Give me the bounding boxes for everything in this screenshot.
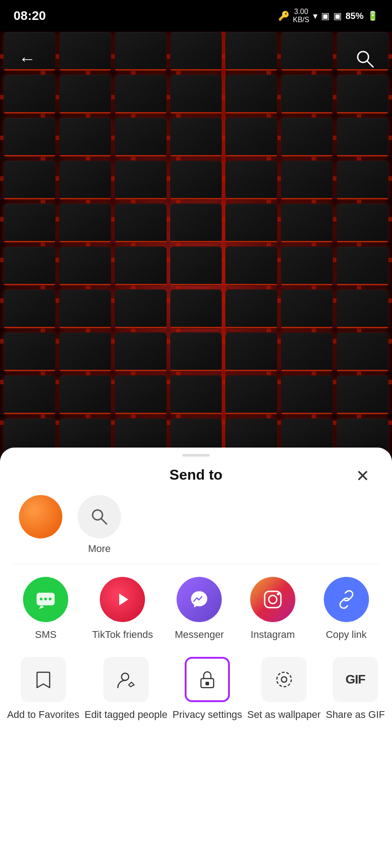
svg-line-3 [101,519,107,524]
key [170,289,222,329]
key [225,203,277,243]
actions-row: Add to Favorites Edit tagged people [0,646,392,726]
action-privacy-settings[interactable]: Privacy settings [173,657,242,722]
search-icon-small [90,507,109,526]
app-sms[interactable]: SMS [19,577,73,642]
gif-text: GIF [345,672,365,687]
key [115,75,167,114]
key [115,203,167,243]
action-edit-tagged[interactable]: Edit tagged people [84,657,168,722]
search-button[interactable] [351,45,378,72]
instagram-label: Instagram [251,628,295,642]
key-icon: 🔑 [278,10,289,21]
keyboard-background [0,0,392,461]
copylink-label: Copy link [326,628,366,642]
key [170,332,222,372]
app-messenger[interactable]: Messenger [172,577,226,642]
key [281,246,333,286]
close-icon: ✕ [356,467,369,486]
action-add-favorites[interactable]: Add to Favorites [7,657,79,722]
key [170,32,222,71]
speed-indicator: 3.00KB/S [293,8,309,24]
tiktok-label: TikTok friends [92,628,153,642]
sms-label: SMS [35,628,56,642]
app-copylink[interactable]: Copy link [319,577,373,642]
key [336,289,388,329]
svg-point-6 [44,598,47,600]
more-avatar [78,495,121,538]
key [59,246,111,286]
action-share-gif[interactable]: GIF Share as GIF [326,657,385,722]
close-button[interactable]: ✕ [351,465,374,487]
key [59,32,111,71]
key [170,118,222,157]
key [336,246,388,286]
key [225,160,277,200]
key [170,246,222,286]
back-icon: ← [19,49,36,69]
bottom-sheet: Send to ✕ More [0,448,392,868]
more-item[interactable]: More [77,495,122,555]
svg-marker-8 [119,594,128,605]
key [225,118,277,157]
key [59,332,111,372]
key [170,203,222,243]
edit-tagged-label: Edit tagged people [84,708,168,722]
app-tiktok[interactable]: TikTok friends [92,577,153,642]
key [225,289,277,329]
key [225,246,277,286]
status-icons: 🔑 3.00KB/S ▾ ▣ ▣ 85% 🔋 [278,8,379,24]
key [4,75,56,114]
key [281,375,333,415]
keyboard-keys [0,0,392,461]
add-favorites-icon [21,657,66,702]
status-time: 08:20 [14,9,46,23]
search-icon [355,49,375,69]
key [281,160,333,200]
key [4,246,56,286]
wifi-icon: ▾ [313,10,317,21]
svg-line-1 [367,61,373,67]
battery-icon: 🔋 [367,10,378,21]
key [115,375,167,415]
back-button[interactable]: ← [14,45,41,72]
edit-tagged-icon [103,657,149,702]
key [4,375,56,415]
key [4,332,56,372]
privacy-settings-icon [185,657,230,702]
key [115,118,167,157]
key [336,332,388,372]
copylink-icon [324,577,369,622]
key [336,118,388,157]
key [59,160,111,200]
key [170,375,222,415]
svg-point-16 [277,672,291,687]
share-gif-label: Share as GIF [326,708,385,722]
key [225,32,277,71]
contact-item[interactable] [18,495,63,538]
key [225,75,277,114]
signal-icon1: ▣ [321,10,330,21]
svg-point-5 [40,598,42,600]
app-instagram[interactable]: Instagram [246,577,300,642]
more-label: More [88,543,111,555]
messenger-label: Messenger [175,628,224,642]
key [225,375,277,415]
action-set-wallpaper[interactable]: Set as wallpaper [247,657,321,722]
svg-point-7 [49,598,51,600]
tiktok-icon [100,577,145,622]
key [281,75,333,114]
key [281,332,333,372]
key [336,75,388,114]
key [4,203,56,243]
set-wallpaper-label: Set as wallpaper [247,708,321,722]
svg-point-17 [281,677,287,682]
key [4,118,56,157]
key [115,246,167,286]
key [4,160,56,200]
key [336,203,388,243]
friends-row: More [0,491,392,564]
svg-point-13 [121,673,129,680]
photo-area [0,0,392,461]
status-bar: 08:20 🔑 3.00KB/S ▾ ▣ ▣ 85% 🔋 [0,0,392,32]
